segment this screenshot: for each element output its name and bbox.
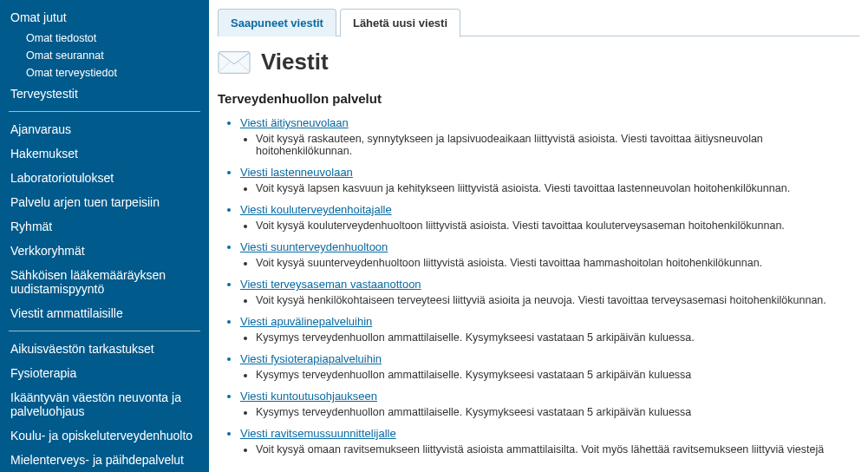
- message-desc: Kysymys terveydenhuollon ammattilaiselle…: [256, 369, 859, 381]
- list-item: Viesti kouluterveydenhoitajalle Voit kys…: [240, 203, 859, 232]
- message-desc: Voit kysyä kouluterveydenhuoltoon liitty…: [256, 220, 859, 232]
- sidebar-sub-omat-tiedostot[interactable]: Omat tiedostot: [9, 30, 200, 47]
- message-desc: Voit kysyä henkilökohtaiseen terveyteesi…: [256, 294, 859, 306]
- sidebar-item-aikuisvaeston[interactable]: Aikuisväestön tarkastukset: [9, 337, 200, 361]
- tab-compose[interactable]: Lähetä uusi viesti: [340, 9, 460, 37]
- sidebar-item-sahkoisen-laakemaarayksen[interactable]: Sähköisen lääkemääräyksen uudistamispyyn…: [9, 263, 200, 301]
- list-item: Viesti suunterveydenhuoltoon Voit kysyä …: [240, 240, 859, 269]
- list-item: Viesti fysioterapiapalveluihin Kysymys t…: [240, 352, 859, 381]
- message-desc: Voit kysyä suunterveydenhuoltoon liittyv…: [256, 257, 859, 269]
- message-link[interactable]: Viesti kuntoutusohjaukseen: [240, 390, 377, 403]
- sidebar-separator: [9, 111, 200, 112]
- sidebar-separator: [9, 331, 200, 331]
- list-item: Viesti äitiysneuvolaan Voit kysyä raskau…: [240, 116, 859, 157]
- main-content: Saapuneet viestit Lähetä uusi viesti Vie…: [209, 0, 868, 472]
- sidebar-item-terveystestit[interactable]: Terveystestit: [9, 82, 200, 106]
- message-desc: Voit kysyä raskauteen, synnytykseen ja l…: [256, 133, 859, 157]
- message-link[interactable]: Viesti ravitsemussuunnittelijalle: [240, 427, 396, 440]
- tab-inbox[interactable]: Saapuneet viestit: [218, 9, 336, 36]
- list-item: Viesti lastenneuvolaan Voit kysyä lapsen…: [240, 166, 859, 194]
- envelope-icon: [218, 50, 251, 75]
- sidebar-item-koulu-opiskelu[interactable]: Koulu- ja opiskeluterveydenhuolto: [9, 423, 200, 448]
- message-link[interactable]: Viesti apuvälinepalveluihin: [240, 315, 372, 328]
- sidebar-item-hakemukset[interactable]: Hakemukset: [9, 141, 200, 166]
- svg-rect-0: [219, 51, 250, 73]
- message-desc: Kysymys terveydenhuollon ammattilaiselle…: [256, 331, 859, 344]
- sidebar-sub-omat-seurannat[interactable]: Omat seurannat: [9, 47, 200, 64]
- message-link[interactable]: Viesti fysioterapiapalveluihin: [240, 352, 382, 365]
- sidebar-item-fysioterapia[interactable]: Fysioterapia: [9, 361, 200, 385]
- message-link[interactable]: Viesti suunterveydenhuoltoon: [240, 240, 388, 253]
- list-item: Viesti apuvälinepalveluihin Kysymys terv…: [240, 315, 859, 344]
- tabs: Saapuneet viestit Lähetä uusi viesti: [218, 0, 859, 36]
- message-link[interactable]: Viesti terveysaseman vastaanottoon: [240, 278, 421, 291]
- list-item: Viesti kuntoutusohjaukseen Kysymys terve…: [240, 390, 859, 418]
- sidebar-item-ajanvaraus[interactable]: Ajanvaraus: [9, 117, 200, 141]
- message-desc: Voit kysyä omaan ravitsemukseen liittyvi…: [256, 443, 859, 456]
- message-desc: Voit kysyä lapsen kasvuun ja kehitykseen…: [256, 182, 859, 194]
- sidebar-item-mielenterveys[interactable]: Mielenterveys- ja päihdepalvelut: [9, 448, 200, 472]
- page-title: Viestit: [261, 49, 329, 75]
- sidebar-item-verkkoryhmat[interactable]: Verkkoryhmät: [9, 239, 200, 263]
- list-item: Viesti ravitsemussuunnittelijalle Voit k…: [240, 427, 859, 456]
- message-link[interactable]: Viesti äitiysneuvolaan: [240, 116, 349, 129]
- message-link[interactable]: Viesti kouluterveydenhoitajalle: [240, 203, 392, 216]
- sidebar-item-palvelu-arjen-tuen[interactable]: Palvelu arjen tuen tarpeisiin: [9, 190, 200, 214]
- sidebar-item-ryhmat[interactable]: Ryhmät: [9, 214, 200, 239]
- message-list: Viesti äitiysneuvolaan Voit kysyä raskau…: [218, 116, 859, 456]
- sidebar: Omat jutut Omat tiedostot Omat seurannat…: [0, 0, 209, 472]
- sidebar-item-viestit-ammattilaisille[interactable]: Viestit ammattilaisille: [9, 301, 200, 325]
- sidebar-item-omat-jutut[interactable]: Omat jutut: [9, 5, 200, 30]
- message-link[interactable]: Viesti lastenneuvolaan: [240, 166, 353, 179]
- list-item: Viesti terveysaseman vastaanottoon Voit …: [240, 278, 859, 306]
- sidebar-item-laboratoriotulokset[interactable]: Laboratoriotulokset: [9, 166, 200, 190]
- sidebar-item-ikaantyvan[interactable]: Ikääntyvän väestön neuvonta ja palveluoh…: [9, 385, 200, 423]
- sidebar-sub-omat-terveystiedot[interactable]: Omat terveystiedot: [9, 64, 200, 82]
- page-title-row: Viestit: [218, 49, 859, 75]
- message-desc: Kysymys terveydenhuollon ammattilaiselle…: [256, 406, 859, 418]
- section-heading: Terveydenhuollon palvelut: [218, 91, 859, 106]
